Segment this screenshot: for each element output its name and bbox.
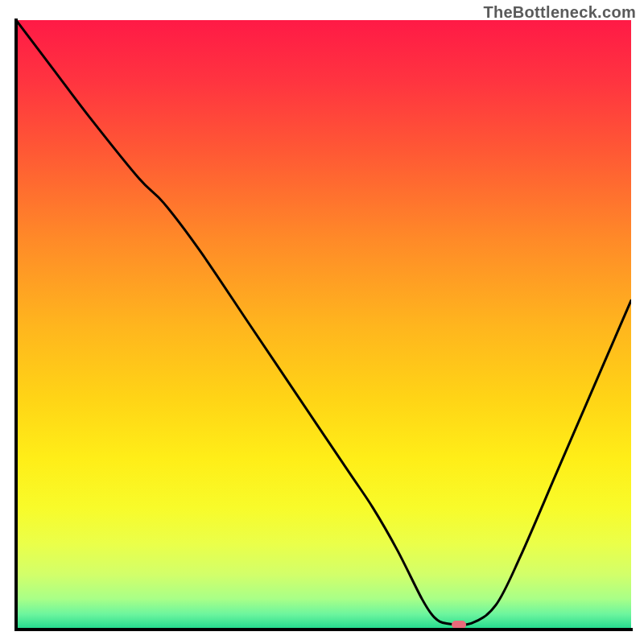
gradient-background (16, 20, 631, 630)
optimal-marker (452, 621, 466, 629)
bottleneck-chart (0, 0, 644, 644)
chart-frame: TheBottleneck.com (0, 0, 644, 644)
watermark-text: TheBottleneck.com (483, 3, 636, 22)
